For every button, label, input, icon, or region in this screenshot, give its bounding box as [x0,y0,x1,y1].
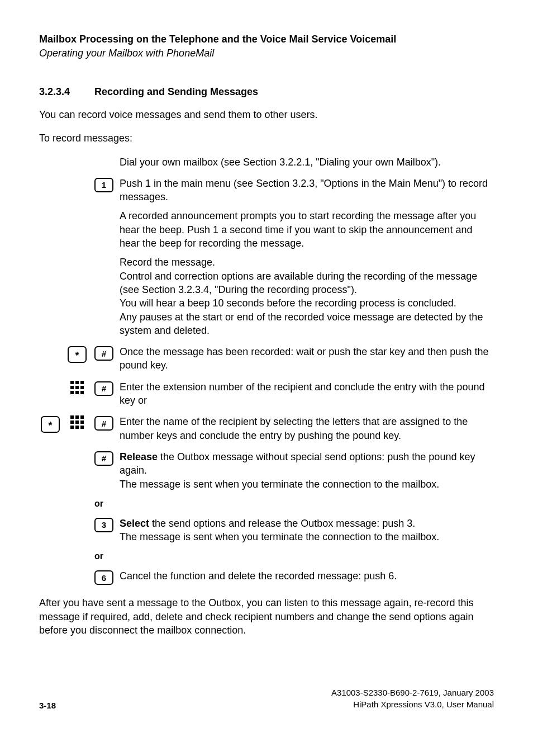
keypad-icon [66,415,88,429]
step-select: 3 Select the send options and release th… [39,517,494,544]
or-separator: or [39,551,494,561]
key-hash-icon: # [94,381,113,396]
svg-rect-9 [70,415,74,419]
page-footer: 3-18 A31003-S2330-B690-2-7619, January 2… [39,687,494,710]
footer-product: HiPath Xpressions V3.0, User Manual [331,699,494,710]
svg-rect-3 [70,386,74,389]
svg-rect-14 [80,420,84,424]
step-text: Select the send options and release the … [120,517,494,544]
step-text: Once the message has been recorded: wait… [120,345,494,372]
svg-rect-15 [70,426,74,429]
key-hash-icon: # [94,416,113,431]
closing-paragraph: After you have sent a message to the Out… [39,596,494,637]
running-header-sub: Operating your Mailbox with PhoneMail [39,48,494,59]
svg-rect-0 [70,381,74,384]
section-heading: 3.2.3.4 Recording and Sending Messages [39,86,494,98]
page: Mailbox Processing on the Telephone and … [0,0,533,738]
step-cancel: 6 Cancel the function and delete the rec… [39,569,494,585]
step-recipient-name: * # Enter the name of the recipient by s… [39,415,494,442]
key-star-icon: * [68,346,87,363]
svg-rect-17 [80,426,84,429]
svg-rect-1 [75,381,79,384]
step-text: Cancel the function and delete the recor… [120,569,494,583]
page-number: 3-18 [39,701,56,710]
intro-paragraph-1: You can record voice messages and send t… [39,108,494,121]
svg-rect-5 [80,386,84,389]
step-push-1: 1 Push 1 in the main menu (see Section 3… [39,177,494,337]
key-6-icon: 6 [94,570,113,585]
svg-rect-8 [80,391,84,394]
key-3-icon: 3 [94,518,113,532]
keypad-icon [66,380,88,395]
key-hash-icon: # [94,346,113,361]
step-dial-mailbox: Dial your own mailbox (see Section 3.2.2… [39,155,494,169]
svg-rect-7 [75,391,79,394]
step-release: # Release the Outbox message without spe… [39,450,494,491]
step-text: Release the Outbox message without speci… [120,450,494,491]
key-hash-icon: # [94,451,113,466]
svg-rect-10 [75,415,79,419]
step-text: Enter the name of the recipient by selec… [120,415,494,442]
footer-doc-id: A31003-S2330-B690-2-7619, January 2003 [331,687,494,698]
or-separator: or [39,499,494,509]
step-extension-number: # Enter the extension number of the reci… [39,380,494,408]
svg-rect-6 [70,391,74,394]
or-label: or [93,551,115,561]
running-header-title: Mailbox Processing on the Telephone and … [39,34,494,45]
section-title: Recording and Sending Messages [94,86,258,98]
section-number: 3.2.3.4 [39,86,70,98]
intro-paragraph-2: To record messages: [39,131,494,145]
step-text: Push 1 in the main menu (see Section 3.2… [120,177,494,337]
step-text: Enter the extension number of the recipi… [120,380,494,408]
svg-rect-12 [70,420,74,424]
svg-rect-16 [75,426,79,429]
svg-rect-11 [80,415,84,419]
step-text: Dial your own mailbox (see Section 3.2.2… [120,155,494,169]
or-label: or [93,499,115,509]
key-star-icon: * [41,416,60,433]
key-1-icon: 1 [94,178,113,192]
svg-rect-13 [75,420,79,424]
svg-rect-2 [80,381,84,384]
svg-rect-4 [75,386,79,389]
step-star-hash: * # Once the message has been recorded: … [39,345,494,372]
